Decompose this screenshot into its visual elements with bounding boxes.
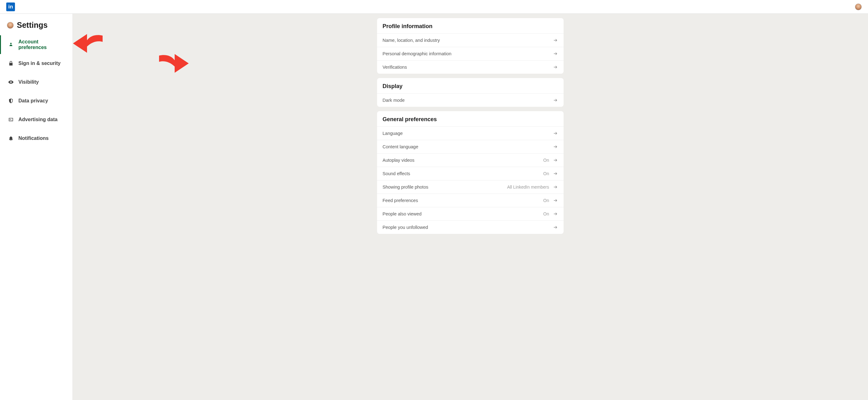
section-title: Profile information <box>377 18 564 33</box>
chevron-right-icon <box>553 184 558 190</box>
page-title: Settings <box>17 21 48 30</box>
chevron-right-icon <box>553 158 558 163</box>
sidebar-item-data-privacy[interactable]: Data privacy <box>0 91 72 110</box>
person-icon <box>8 41 14 48</box>
row-label: Name, location, and industry <box>383 38 549 43</box>
linkedin-logo[interactable]: in <box>6 2 15 11</box>
row-label: Content language <box>383 144 549 149</box>
sidebar-avatar[interactable] <box>7 22 14 29</box>
row-label: Feed preferences <box>383 198 539 203</box>
row-language[interactable]: Language <box>377 126 564 140</box>
sidebar-item-label: Notifications <box>19 136 49 141</box>
eye-icon <box>8 79 14 85</box>
bell-icon <box>8 135 14 141</box>
ad-icon <box>8 116 14 123</box>
svg-point-0 <box>10 43 12 44</box>
chevron-right-icon <box>553 98 558 103</box>
row-label: People also viewed <box>383 211 539 217</box>
row-personal-demographic[interactable]: Personal demographic information <box>377 47 564 60</box>
row-feed-preferences[interactable]: Feed preferences On <box>377 194 564 207</box>
row-value: On <box>543 198 549 203</box>
chevron-right-icon <box>553 65 558 69</box>
row-label: Verifications <box>383 65 549 69</box>
sidebar-item-label: Sign in & security <box>19 61 61 66</box>
row-label: People you unfollowed <box>383 225 549 230</box>
sidebar-item-visibility[interactable]: Visibility <box>0 73 72 91</box>
sidebar-item-label: Advertising data <box>19 117 57 122</box>
row-autoplay-videos[interactable]: Autoplay videos On <box>377 153 564 167</box>
row-name-location-industry[interactable]: Name, location, and industry <box>377 33 564 47</box>
sidebar-item-label: Account preferences <box>19 39 65 50</box>
row-verifications[interactable]: Verifications <box>377 60 564 74</box>
shield-icon <box>8 98 14 104</box>
section-profile-information: Profile information Name, location, and … <box>377 18 564 74</box>
row-people-also-viewed[interactable]: People also viewed On <box>377 207 564 221</box>
sidebar-item-sign-in-security[interactable]: Sign in & security <box>0 54 72 73</box>
chevron-right-icon <box>553 198 558 203</box>
row-showing-profile-photos[interactable]: Showing profile photos All LinkedIn memb… <box>377 180 564 194</box>
sidebar-item-label: Visibility <box>19 79 39 85</box>
row-people-you-unfollowed[interactable]: People you unfollowed <box>377 221 564 234</box>
section-title: General preferences <box>377 111 564 126</box>
row-value: On <box>543 158 549 163</box>
main-content: Profile information Name, location, and … <box>72 14 868 400</box>
section-display: Display Dark mode <box>377 78 564 107</box>
row-label: Showing profile photos <box>383 184 503 190</box>
row-label: Sound effects <box>383 171 539 176</box>
row-dark-mode[interactable]: Dark mode <box>377 93 564 107</box>
row-value: On <box>543 211 549 217</box>
row-value: On <box>543 171 549 176</box>
topbar: in <box>0 0 868 14</box>
chevron-right-icon <box>553 51 558 56</box>
sidebar: Settings Account preferences Sign in & s… <box>0 14 72 148</box>
main-inner: Profile information Name, location, and … <box>377 18 564 400</box>
chevron-right-icon <box>553 144 558 149</box>
layout: Settings Account preferences Sign in & s… <box>0 14 868 400</box>
sidebar-item-notifications[interactable]: Notifications <box>0 129 72 148</box>
row-label: Personal demographic information <box>383 51 549 56</box>
row-content-language[interactable]: Content language <box>377 140 564 153</box>
sidebar-item-advertising-data[interactable]: Advertising data <box>0 110 72 129</box>
sidebar-item-account-preferences[interactable]: Account preferences <box>0 35 72 54</box>
topbar-avatar[interactable] <box>855 3 862 10</box>
row-label: Language <box>383 131 549 136</box>
section-title: Display <box>377 78 564 93</box>
chevron-right-icon <box>553 131 558 136</box>
chevron-right-icon <box>553 211 558 217</box>
chevron-right-icon <box>553 38 558 43</box>
chevron-right-icon <box>553 171 558 176</box>
row-value: All LinkedIn members <box>507 184 549 190</box>
chevron-right-icon <box>553 225 558 230</box>
row-sound-effects[interactable]: Sound effects On <box>377 167 564 180</box>
sidebar-header: Settings <box>0 21 72 35</box>
lock-icon <box>8 60 14 66</box>
sidebar-item-label: Data privacy <box>19 98 48 104</box>
section-general-preferences: General preferences Language Content lan… <box>377 111 564 234</box>
row-label: Autoplay videos <box>383 158 539 163</box>
row-label: Dark mode <box>383 98 549 103</box>
